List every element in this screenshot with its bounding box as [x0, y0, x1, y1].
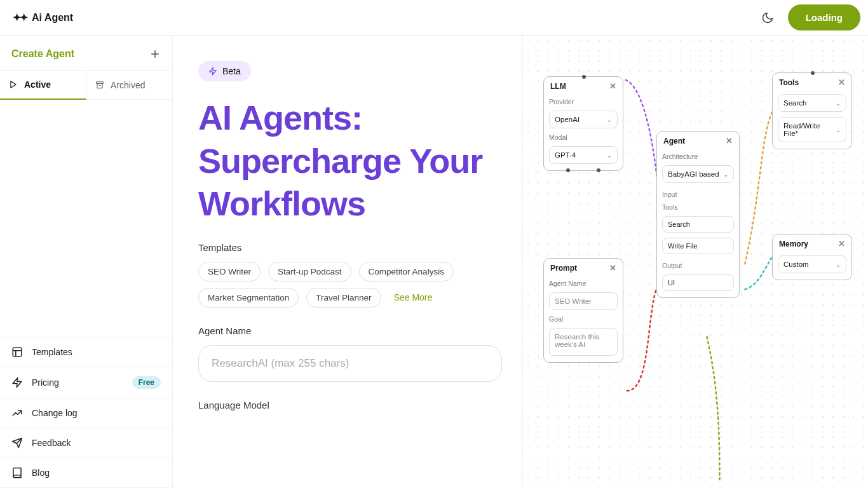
node-memory-title: Memory: [779, 240, 808, 248]
node-tools-title: Tools: [779, 78, 799, 87]
create-agent-plus[interactable]: [149, 48, 161, 60]
tools-readwrite-value: Read/Write File*: [783, 122, 836, 137]
prompt-agentname-input[interactable]: SEO Writer: [549, 292, 618, 310]
agent-arch-select[interactable]: BabyAGI based ⌄: [662, 165, 734, 183]
nav-templates-label: Templates: [32, 347, 72, 357]
svg-rect-3: [97, 81, 104, 83]
chevron-down-icon: ⌄: [723, 171, 728, 178]
memory-value: Custom: [783, 261, 809, 268]
agent-tool-writefile[interactable]: Write File: [662, 238, 734, 254]
chevron-down-icon: ⌄: [836, 261, 841, 268]
content-column: Beta AI Agents: Supercharge Your Workflo…: [173, 36, 522, 488]
llm-model-value: GPT-4: [555, 151, 576, 159]
agent-arch-label: Architecture: [662, 152, 734, 160]
nav-blog-label: Blog: [32, 468, 50, 478]
prompt-goal-input[interactable]: Research this week's AI: [549, 328, 618, 356]
llm-provider-select[interactable]: OpenAI ⌄: [549, 111, 618, 128]
nav-feedback[interactable]: Feedback: [0, 428, 172, 458]
agent-name-label: Agent Name: [198, 325, 502, 336]
nav-feedback-label: Feedback: [32, 438, 71, 448]
close-icon[interactable]: ✕: [609, 263, 616, 273]
nav-templates[interactable]: Templates: [0, 337, 172, 367]
canvas[interactable]: LLM ✕ Provider OpenAI ⌄ Modal GPT-4 ⌄: [522, 36, 868, 488]
agent-input-label: Input: [662, 191, 734, 198]
topbar: ✦✦ Ai Agent Loading: [0, 0, 868, 36]
node-prompt-title: Prompt: [550, 264, 577, 273]
nav-blog[interactable]: Blog: [0, 458, 172, 488]
close-icon[interactable]: ✕: [726, 136, 733, 146]
tab-archived[interactable]: Archived: [86, 71, 172, 100]
chip-seo-writer[interactable]: SEO Writer: [198, 262, 261, 281]
svg-marker-2: [11, 81, 16, 88]
bolt-icon: [208, 67, 217, 76]
tab-archived-label: Archived: [111, 80, 145, 90]
close-icon[interactable]: ✕: [609, 81, 616, 91]
sidebar-tabs: Active Archived: [0, 71, 172, 100]
create-agent-label: Create Agent: [11, 48, 74, 60]
chip-market-segmentation[interactable]: Market Segmentation: [198, 288, 299, 308]
node-agent[interactable]: Agent ✕ Architecture BabyAGI based ⌄ Inp…: [656, 131, 740, 298]
chevron-down-icon: ⌄: [836, 100, 841, 107]
node-memory[interactable]: Memory ✕ Custom ⌄: [772, 234, 852, 280]
node-llm[interactable]: LLM ✕ Provider OpenAI ⌄ Modal GPT-4 ⌄: [543, 76, 623, 171]
trend-icon: [11, 407, 23, 419]
see-more-link[interactable]: See More: [394, 292, 433, 302]
agent-tools-label: Tools: [662, 203, 734, 211]
page-title: AI Agents: Supercharge Your Workflows: [198, 97, 502, 226]
chip-travel-planner[interactable]: Travel Planner: [306, 288, 381, 308]
templates-label: Templates: [198, 242, 502, 253]
sparkle-icon: ✦✦: [13, 11, 27, 24]
llm-provider-label: Provider: [549, 98, 618, 105]
chevron-down-icon: ⌄: [836, 126, 841, 133]
play-icon: [9, 80, 18, 89]
llm-model-select[interactable]: GPT-4 ⌄: [549, 146, 618, 164]
tools-search-select[interactable]: Search ⌄: [778, 94, 846, 112]
agent-output-value[interactable]: UI: [662, 274, 734, 291]
memory-select[interactable]: Custom ⌄: [778, 255, 846, 273]
close-icon[interactable]: ✕: [838, 78, 845, 87]
loading-button[interactable]: Loading: [788, 4, 860, 30]
theme-toggle[interactable]: [757, 8, 778, 28]
agent-arch-value: BabyAGI based: [668, 170, 719, 178]
llm-model-label: Modal: [549, 133, 618, 141]
nav-changelog[interactable]: Change log: [0, 398, 172, 428]
beta-label: Beta: [222, 66, 241, 76]
chip-startup-podcast[interactable]: Start-up Podcast: [268, 262, 351, 281]
nav-changelog-label: Change log: [32, 408, 78, 418]
agent-tool-search[interactable]: Search: [662, 216, 734, 233]
language-model-label: Language Model: [198, 400, 502, 410]
pricing-badge: Free: [132, 376, 161, 389]
svg-marker-11: [210, 67, 217, 75]
tab-active-label: Active: [24, 79, 51, 90]
prompt-goal-label: Goal: [549, 315, 618, 323]
agent-name-input[interactable]: [198, 345, 502, 382]
tools-search-value: Search: [783, 99, 806, 107]
node-prompt[interactable]: Prompt ✕ Agent Name SEO Writer Goal Rese…: [543, 258, 623, 363]
template-chips: SEO Writer Start-up Podcast Competitor A…: [198, 262, 502, 308]
templates-icon: [11, 346, 23, 358]
sidebar: Create Agent Active Archived Templates: [0, 36, 173, 488]
svg-marker-8: [13, 378, 22, 388]
plus-icon: [149, 48, 161, 60]
archive-icon: [95, 81, 104, 90]
chevron-down-icon: ⌄: [607, 152, 612, 159]
prompt-agentname-label: Agent Name: [549, 280, 618, 287]
main: Beta AI Agents: Supercharge Your Workflo…: [173, 36, 868, 488]
chevron-down-icon: ⌄: [607, 116, 612, 123]
bolt-icon: [11, 377, 23, 388]
brand-text: Ai Agent: [32, 12, 73, 24]
chip-competitor-analysis[interactable]: Competitor Analysis: [359, 262, 454, 281]
sidebar-nav: Templates Pricing Free Change log Feedba…: [0, 337, 172, 488]
brand: ✦✦ Ai Agent: [13, 11, 73, 24]
llm-provider-value: OpenAI: [555, 116, 580, 123]
agent-output-label: Output: [662, 262, 734, 269]
nav-pricing[interactable]: Pricing Free: [0, 367, 172, 398]
create-agent-row[interactable]: Create Agent: [0, 36, 172, 71]
tab-active[interactable]: Active: [0, 71, 86, 100]
tools-readwrite-select[interactable]: Read/Write File* ⌄: [778, 117, 846, 142]
node-agent-title: Agent: [663, 137, 685, 146]
send-icon: [11, 437, 23, 449]
close-icon[interactable]: ✕: [838, 239, 845, 248]
moon-icon: [761, 11, 774, 24]
node-tools[interactable]: Tools ✕ Search ⌄ Read/Write File* ⌄: [772, 72, 852, 149]
